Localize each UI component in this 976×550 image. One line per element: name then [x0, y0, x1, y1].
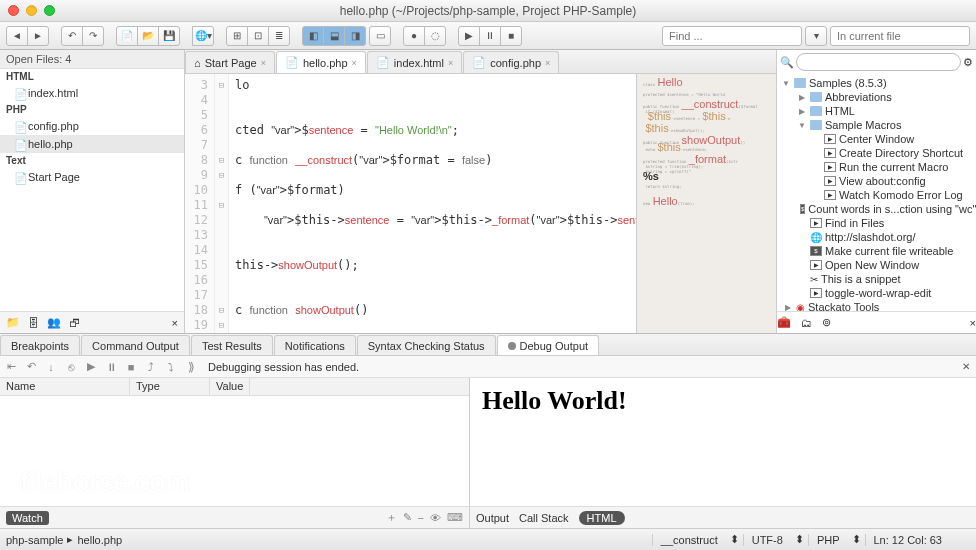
bottom-tab[interactable]: Command Output: [81, 335, 190, 355]
tab-close-icon[interactable]: ×: [448, 58, 453, 68]
save-button[interactable]: 💾: [158, 26, 180, 46]
dbg-stop-icon[interactable]: ■: [124, 361, 138, 373]
bottom-tab[interactable]: Syntax Checking Status: [357, 335, 496, 355]
forward-button[interactable]: ►: [27, 26, 49, 46]
stop-macro-button[interactable]: ◌: [424, 26, 446, 46]
bottom-tab[interactable]: Debug Output: [497, 335, 600, 355]
editor-tab[interactable]: 📄hello.php×: [276, 51, 366, 73]
toolbox-icon-2[interactable]: 🗂: [801, 317, 812, 329]
record-macro-button[interactable]: ●: [403, 26, 425, 46]
status-encoding[interactable]: UTF-8: [743, 534, 791, 546]
toolbox-search-input[interactable]: [796, 53, 961, 71]
watch-input-icon[interactable]: ⌨: [447, 511, 463, 524]
toolbox-gear-icon[interactable]: ⚙: [963, 56, 973, 69]
browser-preview-button[interactable]: 🌐▾: [192, 26, 214, 46]
open-file-item[interactable]: 📄index.html: [0, 84, 184, 102]
people-icon[interactable]: 👥: [47, 316, 61, 329]
dbg-rewind-icon[interactable]: ⇤: [4, 360, 18, 373]
pause-button[interactable]: ⏸: [479, 26, 501, 46]
tree-root[interactable]: ▼Samples (8.5.3): [777, 76, 976, 90]
output-tab-output[interactable]: Output: [476, 512, 509, 524]
layout-bottom-button[interactable]: ⬓: [323, 26, 345, 46]
breadcrumb-project[interactable]: php-sample: [6, 534, 63, 546]
status-language[interactable]: PHP: [808, 534, 848, 546]
tree-item[interactable]: $Count words in s...ction using "wc": [777, 202, 976, 216]
dbg-skip-icon[interactable]: ⟫: [184, 360, 198, 374]
tree-item[interactable]: ▶◉Stackato Tools: [777, 300, 976, 311]
tree-item[interactable]: $Make current file writeable: [777, 244, 976, 258]
dbg-break-icon[interactable]: ⎋: [64, 361, 78, 373]
tree-item[interactable]: ▶Open New Window: [777, 258, 976, 272]
window-title: hello.php (~/Projects/php-sample, Projec…: [0, 4, 976, 18]
layout-left-button[interactable]: ◧: [302, 26, 324, 46]
bottom-tab[interactable]: Notifications: [274, 335, 356, 355]
tree-item[interactable]: ▶Watch Komodo Error Log: [777, 188, 976, 202]
find-scope-input[interactable]: [830, 26, 970, 46]
tab-close-icon[interactable]: ×: [545, 58, 550, 68]
output-tab-callstack[interactable]: Call Stack: [519, 512, 569, 524]
panel-close-icon[interactable]: ×: [172, 317, 178, 329]
undo-button[interactable]: ↶: [61, 26, 83, 46]
find-input[interactable]: [662, 26, 802, 46]
tree-item[interactable]: ▶View about:config: [777, 174, 976, 188]
dbg-pause-icon[interactable]: ⏸: [104, 361, 118, 373]
watch-view-icon[interactable]: 👁: [430, 512, 441, 524]
tree-item[interactable]: ▼Sample Macros: [777, 118, 976, 132]
watch-remove-icon[interactable]: −: [418, 512, 424, 524]
tool1-button[interactable]: ⊞: [226, 26, 248, 46]
dbg-stepover-icon[interactable]: ⤴: [144, 361, 158, 373]
open-folder-button[interactable]: 📂: [137, 26, 159, 46]
layout-right-button[interactable]: ◨: [344, 26, 366, 46]
toolbox-icon-1[interactable]: 🧰: [777, 316, 791, 329]
tree-item[interactable]: ▶Abbreviations: [777, 90, 976, 104]
watch-label[interactable]: Watch: [6, 511, 49, 525]
tree-item[interactable]: ▶Create Directory Shortcut: [777, 146, 976, 160]
tree-item[interactable]: ▶HTML: [777, 104, 976, 118]
bottom-tab[interactable]: Test Results: [191, 335, 273, 355]
tool2-button[interactable]: ⊡: [247, 26, 269, 46]
find-dropdown[interactable]: ▾: [805, 26, 827, 46]
tool3-button[interactable]: ≣: [268, 26, 290, 46]
open-file-item[interactable]: 📄hello.php: [0, 135, 184, 153]
minimap[interactable]: class Helloprotected $sentence = "Hello …: [636, 74, 776, 333]
tab-close-icon[interactable]: ×: [352, 58, 357, 68]
new-file-button[interactable]: 📄: [116, 26, 138, 46]
editor-tab[interactable]: ⌂Start Page×: [185, 51, 275, 73]
dbg-stepout-icon[interactable]: ⤵: [164, 361, 178, 373]
tab-close-icon[interactable]: ×: [261, 58, 266, 68]
editor-tab[interactable]: 📄config.php×: [463, 51, 559, 73]
tree-item[interactable]: ▶Center Window: [777, 132, 976, 146]
code-area[interactable]: lo cted "var">$sentence = "Hello World!\…: [229, 74, 636, 333]
back-button[interactable]: ◄: [6, 26, 28, 46]
bottom-tab[interactable]: Breakpoints: [0, 335, 80, 355]
dbg-play-icon[interactable]: ▶: [84, 360, 98, 373]
toolbox-close-icon[interactable]: ×: [970, 317, 976, 329]
toolbox-icon-3[interactable]: ⊚: [822, 316, 831, 329]
dbg-stepback-icon[interactable]: ↶: [24, 360, 38, 373]
window-icon[interactable]: 🗗: [69, 317, 80, 329]
tree-item[interactable]: 🌐http://slashdot.org/: [777, 230, 976, 244]
redo-button[interactable]: ↷: [82, 26, 104, 46]
breadcrumb-file[interactable]: hello.php: [77, 534, 122, 546]
database-icon[interactable]: 🗄: [28, 317, 39, 329]
folder-icon[interactable]: 📁: [6, 316, 20, 329]
stop-button[interactable]: ■: [500, 26, 522, 46]
watch-add-icon[interactable]: ＋: [386, 510, 397, 525]
status-function[interactable]: __construct: [652, 534, 726, 546]
open-file-item[interactable]: 📄config.php: [0, 117, 184, 135]
output-tab-html[interactable]: HTML: [579, 511, 625, 525]
dbg-stepin-icon[interactable]: ↓: [44, 361, 58, 373]
play-button[interactable]: ▶: [458, 26, 480, 46]
tree-item[interactable]: ▶Find in Files: [777, 216, 976, 230]
watch-edit-icon[interactable]: ✎: [403, 511, 412, 524]
tree-item[interactable]: ▶toggle-word-wrap-edit: [777, 286, 976, 300]
macro-icon: ▶: [810, 260, 822, 270]
tree-item[interactable]: ✂This is a snippet: [777, 272, 976, 286]
debug-panel-close-icon[interactable]: ✕: [962, 361, 970, 372]
tree-item[interactable]: ▶Run the current Macro: [777, 160, 976, 174]
editor-tab[interactable]: 📄index.html×: [367, 51, 462, 73]
line-gutter: 3456789101112131415161718192021: [185, 74, 215, 333]
layout-full-button[interactable]: ▭: [369, 26, 391, 46]
fold-gutter[interactable]: ⊟ ⊟⊟⊟⊟⊟: [215, 74, 229, 333]
open-file-item[interactable]: 📄Start Page: [0, 168, 184, 186]
